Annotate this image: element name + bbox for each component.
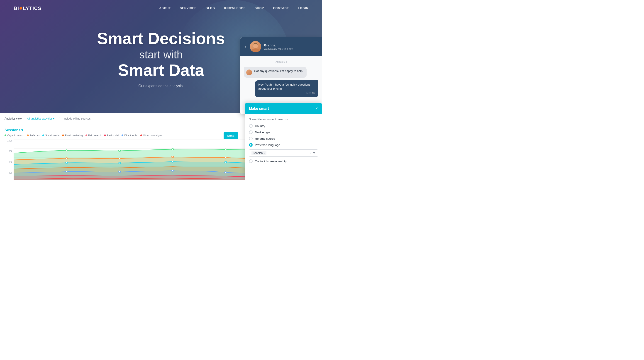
- avatar-illustration: [250, 41, 261, 52]
- chat-bubble-outgoing: Hey! Yeah, I have a few quick questions …: [255, 80, 318, 97]
- nav-contact[interactable]: CONTACT: [273, 6, 289, 10]
- svg-point-18: [224, 162, 226, 163]
- chat-date: August 14: [244, 60, 318, 63]
- radio-device-type[interactable]: [249, 130, 252, 134]
- nav-shop[interactable]: SHOP: [255, 6, 264, 10]
- chat-avatar-container: [250, 41, 261, 52]
- chart-y-axis: 100k 80k 60k 40k 20k: [4, 140, 14, 180]
- option-label-referral-source: Referral source: [255, 137, 275, 140]
- panel-subtitle: Show different content based on:: [249, 118, 318, 121]
- svg-point-23: [224, 172, 226, 173]
- input-clear-button[interactable]: ×: [310, 151, 311, 155]
- svg-point-26: [252, 48, 260, 52]
- svg-point-10: [66, 158, 68, 159]
- legend-organic-search: Organic search: [4, 134, 24, 137]
- legend-label-paid-search: Paid search: [88, 134, 101, 137]
- option-label-contact-list: Contact list membership: [255, 160, 286, 163]
- option-device-type[interactable]: Device type: [249, 130, 318, 134]
- legend-dot-paid-search: [86, 135, 87, 136]
- offline-sources-checkbox[interactable]: Include offline sources: [59, 117, 90, 120]
- panel-title: Make smart: [249, 107, 269, 111]
- legend-label-other: Other campaigns: [143, 134, 162, 137]
- nav-blog[interactable]: BLOG: [206, 6, 215, 10]
- radio-preferred-language[interactable]: [249, 143, 252, 147]
- nav-login[interactable]: LOGIN: [298, 6, 308, 10]
- sessions-dropdown[interactable]: Sessions ▾: [4, 128, 23, 132]
- chat-bubble-incoming: Got any questions? I'm happy to help.: [244, 67, 306, 78]
- y-label-60k: 60k: [4, 161, 12, 164]
- svg-point-7: [172, 149, 174, 150]
- nav-knowledge[interactable]: KNOWLEDGE: [224, 6, 246, 10]
- svg-point-16: [118, 162, 121, 164]
- svg-point-22: [172, 170, 174, 172]
- option-label-device-type: Device type: [255, 131, 270, 134]
- analytics-dropdown-icon: ▾: [53, 117, 54, 120]
- panel-body: Show different content based on: Country…: [245, 114, 322, 180]
- chat-status: We typically reply in a day: [264, 47, 318, 50]
- legend-dot-other: [140, 135, 142, 136]
- legend-label-direct: Direct traffic: [124, 134, 138, 137]
- y-label-80k: 80k: [4, 150, 12, 153]
- sessions-dropdown-icon: ▾: [21, 128, 23, 132]
- nav-services[interactable]: SERVICES: [180, 6, 196, 10]
- analytics-view-dropdown[interactable]: All analytics activities ▾: [27, 117, 55, 120]
- option-referral-source[interactable]: Referral source: [249, 137, 318, 140]
- option-label-country: Country: [255, 124, 265, 128]
- legend-dot-email: [62, 135, 64, 136]
- svg-point-12: [172, 156, 174, 158]
- chat-back-button[interactable]: ‹: [245, 44, 246, 49]
- input-dropdown-button[interactable]: ▼: [313, 152, 316, 155]
- chat-send-button[interactable]: Send: [224, 132, 238, 139]
- legend-dot-referrals: [27, 135, 29, 136]
- chat-widget: ‹ Gianna We typically reply in a day Aug…: [240, 37, 322, 114]
- logo-text: BI●LYTICS: [14, 5, 42, 11]
- chat-avatar: [250, 41, 261, 52]
- option-contact-list[interactable]: Contact list membership: [249, 159, 318, 163]
- svg-point-8: [224, 149, 226, 150]
- make-smart-panel: Make smart × Show different content base…: [245, 103, 322, 180]
- legend-email-marketing: Email marketing: [62, 134, 83, 137]
- svg-point-6: [118, 150, 121, 152]
- bubble-avatar: [246, 69, 252, 75]
- chat-message-outgoing: Hey! Yeah, I have a few quick questions …: [258, 83, 315, 91]
- radio-contact-list[interactable]: [249, 159, 252, 163]
- y-label-40k: 40k: [4, 172, 12, 174]
- chat-messages: August 14 Got any questions? I'm happy t…: [240, 56, 322, 110]
- svg-point-20: [66, 171, 68, 172]
- tag-remove-button[interactable]: ×: [264, 152, 265, 155]
- legend-other-campaigns: Other campaigns: [140, 134, 162, 137]
- chat-info: Gianna We typically reply in a day: [264, 43, 318, 50]
- legend-dot-direct: [122, 135, 123, 136]
- legend-referrals: Referrals: [27, 134, 40, 137]
- language-tag-input[interactable]: Spanish × × ▼: [249, 150, 318, 157]
- legend-label-email: Email marketing: [65, 134, 83, 137]
- nav-about[interactable]: ABOUT: [159, 6, 171, 10]
- svg-point-17: [172, 161, 174, 162]
- radio-country[interactable]: [249, 124, 252, 128]
- option-country[interactable]: Country: [249, 124, 318, 128]
- legend-dot-paid-social: [104, 135, 106, 136]
- logo: BI●LYTICS: [14, 4, 42, 11]
- chat-time: 12:05 AM: [258, 92, 315, 95]
- panel-close-button[interactable]: ×: [316, 106, 318, 111]
- legend-label-paid-social: Paid social: [107, 134, 119, 137]
- legend-dot-organic: [4, 135, 6, 136]
- option-preferred-language[interactable]: Preferred language: [249, 143, 318, 147]
- panel-header: Make smart ×: [245, 103, 322, 114]
- option-label-preferred-language: Preferred language: [255, 143, 280, 147]
- analytics-view-value: All analytics activities: [27, 117, 52, 120]
- svg-point-11: [118, 158, 121, 159]
- legend-label-referrals: Referrals: [30, 134, 40, 137]
- spanish-tag: Spanish ×: [252, 151, 266, 155]
- legend-label-organic: Organic search: [7, 134, 24, 137]
- legend-social-media: Social media: [42, 134, 60, 137]
- chat-agent-name: Gianna: [264, 43, 318, 47]
- chat-header: ‹ Gianna We typically reply in a day: [240, 37, 322, 56]
- legend-paid-social: Paid social: [104, 134, 119, 137]
- sessions-label-text: Sessions: [4, 128, 20, 132]
- offline-sources-input[interactable]: [59, 117, 62, 120]
- svg-point-5: [66, 150, 68, 151]
- radio-referral-source[interactable]: [249, 137, 252, 140]
- analytics-view-label: Analytics view:: [4, 117, 22, 120]
- nav-links: ABOUT SERVICES BLOG KNOWLEDGE SHOP CONTA…: [159, 6, 308, 10]
